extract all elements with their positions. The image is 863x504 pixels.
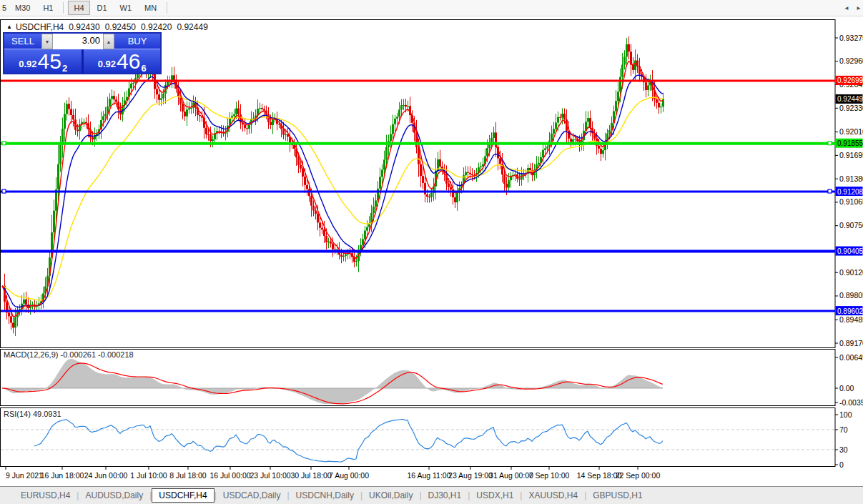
time-tick-label: 1 Jul 10:00 — [130, 471, 167, 480]
buy-price-display[interactable]: 0.92 46 6 — [84, 49, 161, 73]
horizontal-levels[interactable] — [1, 81, 835, 311]
rsi-axis-label: 100 — [839, 410, 852, 419]
chart-tab-gbpusd[interactable]: GBPUSD,H1 — [586, 488, 649, 503]
chart-collapse-icon: ▲ — [6, 24, 12, 30]
price-tick-label: 0.89485 — [839, 315, 863, 324]
macd-axis-label: 0.006451 — [839, 353, 863, 362]
tab-scroll-right-icon[interactable]: ► — [856, 5, 862, 11]
time-tick-label: 8 Jul 18:00 — [169, 471, 207, 480]
chart-tab-bar: EURUSD,H4|AUDUSD,Daily|USDCHF,H4|USDCAD,… — [0, 486, 863, 504]
timeframe-button-h4[interactable]: H4 — [68, 1, 89, 15]
time-tick-label: 22 Sep 00:00 — [616, 471, 661, 480]
rsi-indicator-label: RSI(14) 49.0931 — [4, 410, 61, 418]
volume-input[interactable]: 3.00 — [53, 34, 103, 49]
chart-tab-xauusd[interactable]: XAUUSD,H4 — [522, 488, 584, 503]
sell-price-display[interactable]: 0.92 45 2 — [4, 49, 82, 73]
rsi-axis-label: 30 — [839, 445, 848, 454]
time-tick-label: 16 Aug 11:00 — [407, 471, 450, 480]
price-tick-label: 0.89805 — [839, 291, 863, 300]
price-tick-label: 0.89170 — [839, 339, 863, 347]
rsi-axis-label: 70 — [839, 425, 848, 434]
ohlc-open: 0.92430 — [69, 22, 99, 32]
chart-tab-ukoil[interactable]: UKOil,Daily — [363, 488, 419, 503]
level-handle[interactable] — [2, 189, 6, 193]
price-tick-label: 0.90750 — [839, 221, 863, 229]
buy-price-main: 46 — [117, 51, 140, 72]
sell-price-prefix: 0.92 — [19, 59, 36, 69]
chart-tab-usdx[interactable]: USDX,H1 — [470, 488, 520, 503]
buy-price-prefix: 0.92 — [98, 59, 116, 69]
sell-button[interactable]: SELL — [4, 34, 41, 49]
volume-decrease-button[interactable]: ▼ — [41, 34, 53, 49]
level-price-badge-text: 0.91208 — [837, 188, 863, 196]
level-handle[interactable] — [828, 142, 832, 145]
timeframe-button-5[interactable]: 5 — [1, 1, 8, 15]
chart-symbol: USDCHF,H4 — [16, 22, 64, 32]
macd-axis-label: -0.003507 — [839, 398, 863, 407]
level-handle[interactable] — [2, 142, 6, 145]
chart-tab-usdcnh[interactable]: USDCNH,Daily — [290, 488, 360, 503]
level-price-badge-text: 0.89602 — [837, 307, 863, 315]
timeframe-button-mn[interactable]: MN — [139, 1, 162, 15]
price-tick-label: 0.91065 — [839, 197, 863, 206]
moving-average-line — [2, 61, 663, 317]
time-tick-label: 23 Jul 10:00 — [250, 471, 290, 480]
price-tick-label: 0.91695 — [839, 151, 863, 159]
ohlc-low: 0.92420 — [141, 22, 172, 32]
chart-tab-usdchf[interactable]: USDCHF,H4 — [152, 488, 214, 503]
tab-scroll-left-icon[interactable]: ◄ — [844, 5, 849, 11]
sell-price-pip: 2 — [62, 63, 67, 74]
time-tick-label: 16 Jul 00:00 — [209, 471, 250, 480]
chart-canvas[interactable]: 0.932750.929600.926450.923300.920100.916… — [0, 17, 863, 486]
chart-tab-eurusd[interactable]: EURUSD,H4 — [14, 488, 77, 503]
macd-indicator-label: MACD(12,26,9) -0.000261 -0.000218 — [4, 350, 134, 359]
level-price-badge-text: 0.92699 — [837, 76, 863, 84]
time-tick-label: 7 Sep 10:00 — [529, 471, 570, 480]
time-tick-label: 9 Jun 2021 — [6, 471, 43, 480]
price-tick-label: 0.93275 — [839, 34, 863, 42]
level-handle[interactable] — [828, 189, 832, 193]
rsi-panel-frame — [1, 408, 836, 467]
sell-price-main: 45 — [38, 51, 61, 72]
price-tick-label: 0.92960 — [839, 56, 863, 65]
one-click-trading-panel: SELL ▼ 3.00 ▲ BUY 0.92 45 2 0.92 46 6 — [3, 32, 162, 74]
timeframe-toolbar: 5M30H1H4D1W1MN — [0, 0, 863, 16]
ohlc-close: 0.92449 — [177, 22, 207, 32]
mt4-window: 5M30H1H4D1W1MN 0.932750.929600.926450.92… — [0, 0, 863, 504]
time-tick-label: 23 Aug 19:00 — [448, 471, 493, 480]
time-tick-label: 16 Jun 18:00 — [41, 471, 84, 480]
time-axis: 9 Jun 202116 Jun 18:0024 Jun 00:001 Jul … — [6, 467, 660, 480]
timeframe-button-d1[interactable]: D1 — [92, 1, 113, 15]
toolbar-separator — [63, 2, 64, 14]
timeframe-button-h1[interactable]: H1 — [37, 1, 59, 15]
rsi-axis-label: 0 — [839, 460, 844, 469]
level-price-badge-text: 0.90405 — [837, 247, 863, 255]
chart-tab-usdcad[interactable]: USDCAD,Daily — [217, 488, 287, 503]
buy-price-pip: 6 — [141, 63, 146, 74]
chart-tab-audusd[interactable]: AUDUSD,Daily — [79, 488, 149, 503]
chart-tab-dj30[interactable]: DJ30,H1 — [422, 488, 468, 503]
rsi-line — [34, 420, 663, 463]
chart-title: ▲ USDCHF,H4 0.92430 0.92450 0.92420 0.92… — [6, 22, 208, 32]
time-tick-label: 24 Jun 00:00 — [84, 471, 128, 480]
timeframe-button-m30[interactable]: M30 — [9, 1, 36, 15]
current-price-badge-text: 0.92449 — [837, 95, 863, 103]
price-tick-label: 0.92010 — [839, 127, 863, 136]
price-tick-label: 0.91380 — [839, 174, 863, 183]
time-tick-label: 31 Aug 00:00 — [489, 471, 533, 480]
buy-button[interactable]: BUY — [114, 34, 160, 49]
macd-histogram — [2, 359, 663, 404]
toolbar-separator — [167, 2, 167, 14]
ohlc-high: 0.92450 — [105, 22, 136, 32]
price-tick-label: 0.90120 — [839, 268, 863, 277]
macd-axis-label: 0.00 — [839, 384, 854, 392]
volume-increase-button[interactable]: ▲ — [103, 34, 114, 49]
time-tick-label: 7 Aug 00:00 — [329, 471, 369, 480]
timeframe-button-w1[interactable]: W1 — [114, 1, 138, 15]
level-price-badge-text: 0.91855 — [837, 139, 863, 147]
time-tick-label: 30 Jul 18:00 — [290, 471, 331, 480]
price-axis: 0.932750.929600.926450.923300.920100.916… — [835, 34, 863, 469]
price-tick-label: 0.92330 — [839, 104, 863, 112]
